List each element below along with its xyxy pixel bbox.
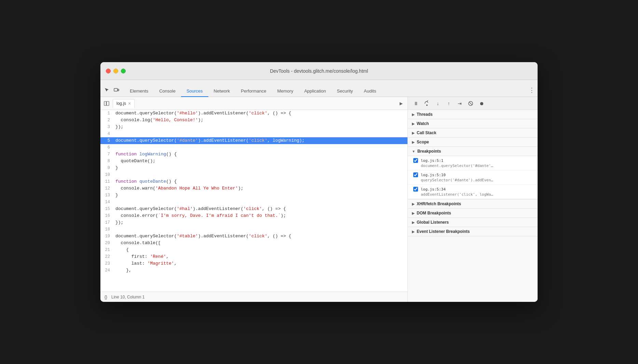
fullscreen-button[interactable] <box>121 69 126 73</box>
breakpoint-2-code: querySelector('#dante').addEven… <box>421 178 533 182</box>
global-listeners-section-header[interactable]: Global Listeners <box>408 218 538 227</box>
tab-memory[interactable]: Memory <box>272 86 299 97</box>
code-line-19: 19 document.querySelector('#table').addE… <box>100 233 407 240</box>
code-line-11: 11 function quoteDante() { <box>100 178 407 185</box>
device-toolbar-icon[interactable] <box>113 86 120 94</box>
xhr-breakpoints-section-header[interactable]: XHR/fetch Breakpoints <box>408 199 538 209</box>
tab-console[interactable]: Console <box>154 86 181 97</box>
watch-section-header[interactable]: Watch <box>408 119 538 128</box>
code-line-7: 7 function logWarning() { <box>100 151 407 158</box>
main-content: log.js × ▶ 1 document.querySelector('#he… <box>100 97 538 302</box>
code-line-9: 9 } <box>100 165 407 171</box>
global-listeners-arrow-icon <box>412 221 415 224</box>
breakpoint-1-location: log.js:5:1 <box>421 158 443 163</box>
code-line-22: 22 first: 'René', <box>100 253 407 260</box>
code-line-13: 13 } <box>100 192 407 199</box>
tab-audits[interactable]: Audits <box>358 86 382 97</box>
tab-bar-icons <box>103 86 120 97</box>
code-line-2: 2 console.log('Hello, Console!'); <box>100 117 407 124</box>
scope-section-header[interactable]: Scope <box>408 138 538 147</box>
debugger-panel: ⏸ ↓ ↑ ⇥ ⏺ <box>408 97 538 302</box>
code-line-1: 1 document.querySelector('#hello').addEv… <box>100 110 407 117</box>
tab-elements[interactable]: Elements <box>124 86 154 97</box>
code-line-3: 3 }); <box>100 124 407 130</box>
breakpoint-3-code: addEventListener('click', logWa… <box>421 192 533 197</box>
traffic-lights <box>106 69 126 73</box>
dom-breakpoints-label: DOM Breakpoints <box>417 211 451 215</box>
code-editor[interactable]: 1 document.querySelector('#hello').addEv… <box>100 110 407 292</box>
code-line-24: 24 }, <box>100 267 407 274</box>
step-into-button[interactable]: ↓ <box>434 99 442 108</box>
code-line-10: 10 <box>100 171 407 178</box>
watch-arrow-icon <box>412 122 415 126</box>
debugger-sections: Threads Watch Call Stack Scope Breakpoin <box>408 110 538 302</box>
event-listener-breakpoints-section-header[interactable]: Event Listener Breakpoints <box>408 227 538 236</box>
xhr-breakpoints-arrow-icon <box>412 202 415 206</box>
file-tab-name: log.js <box>116 101 126 106</box>
svg-rect-1 <box>118 89 119 91</box>
tab-sources[interactable]: Sources <box>181 86 208 97</box>
step-out-button[interactable]: ↑ <box>445 99 453 108</box>
event-listener-breakpoints-label: Event Listener Breakpoints <box>417 229 470 234</box>
code-line-21: 21 { <box>100 247 407 253</box>
window-title: DevTools - devtools.glitch.me/console/lo… <box>270 68 368 74</box>
code-line-16: 16 console.error(`I'm sorry, Dave. I'm a… <box>100 212 407 219</box>
threads-section-header[interactable]: Threads <box>408 110 538 119</box>
tab-application[interactable]: Application <box>299 86 332 97</box>
file-tab-log-js[interactable]: log.js × <box>113 99 135 108</box>
tab-performance[interactable]: Performance <box>235 86 272 97</box>
inspect-icon[interactable] <box>103 86 111 94</box>
format-icon[interactable]: {} <box>105 295 107 299</box>
code-line-8: 8 quoteDante(); <box>100 158 407 165</box>
code-line-20: 20 console.table([ <box>100 240 407 247</box>
step-button[interactable]: ⇥ <box>456 99 464 108</box>
breakpoints-arrow-icon <box>412 150 415 153</box>
sidebar-toggle-icon[interactable] <box>103 100 110 107</box>
breakpoints-section-header[interactable]: Breakpoints <box>408 147 538 156</box>
editor-tabs: log.js × ▶ <box>100 97 407 110</box>
call-stack-section-header[interactable]: Call Stack <box>408 128 538 138</box>
breakpoint-1-checkbox[interactable] <box>413 158 418 163</box>
code-line-18: 18 <box>100 226 407 233</box>
tab-network[interactable]: Network <box>208 86 236 97</box>
minimize-button[interactable] <box>113 69 118 73</box>
more-tabs-icon[interactable]: ⋮ <box>529 86 535 97</box>
dom-breakpoints-section-header[interactable]: DOM Breakpoints <box>408 209 538 218</box>
status-bar: {} Line 10, Column 1 <box>100 292 407 302</box>
breakpoints-label: Breakpoints <box>417 149 441 154</box>
breakpoints-content: log.js:5:1 document.querySelector('#dant… <box>408 156 538 199</box>
deactivate-breakpoints-button[interactable] <box>467 99 475 108</box>
breakpoint-item-2: log.js:5:10 querySelector('#dante').addE… <box>408 170 538 185</box>
code-line-14: 14 <box>100 199 407 206</box>
svg-line-6 <box>469 102 472 105</box>
scope-arrow-icon <box>412 140 415 144</box>
watch-label: Watch <box>417 121 429 126</box>
xhr-breakpoints-label: XHR/fetch Breakpoints <box>417 201 461 206</box>
tab-bar: Elements Console Sources Network Perform… <box>100 80 538 97</box>
tab-security[interactable]: Security <box>331 86 358 97</box>
breakpoint-2-checkbox[interactable] <box>413 172 418 177</box>
event-listener-breakpoints-arrow-icon <box>412 230 415 234</box>
call-stack-label: Call Stack <box>417 130 436 135</box>
file-tab-close-icon[interactable]: × <box>128 101 131 106</box>
close-button[interactable] <box>106 69 111 73</box>
breakpoint-item-3: log.js:5:34 addEventListener('click', lo… <box>408 185 538 199</box>
code-line-12: 12 console.warn('Abandon Hope All Ye Who… <box>100 185 407 192</box>
breakpoint-3-checkbox[interactable] <box>413 187 418 192</box>
svg-rect-0 <box>114 88 117 91</box>
breakpoint-item-1: log.js:5:1 document.querySelector('#dant… <box>408 156 538 170</box>
play-snippets-icon[interactable]: ▶ <box>397 100 405 107</box>
breakpoint-2-location: log.js:5:10 <box>421 173 446 177</box>
cursor-position: Line 10, Column 1 <box>111 295 144 299</box>
dom-breakpoints-arrow-icon <box>412 211 415 215</box>
pause-on-exceptions-button[interactable]: ⏺ <box>477 99 486 108</box>
code-line-6: 6 <box>100 144 407 151</box>
code-line-5: 5 document.querySelector('#dante').addEv… <box>100 137 407 144</box>
threads-arrow-icon <box>412 113 415 116</box>
threads-label: Threads <box>417 112 433 117</box>
title-bar: DevTools - devtools.glitch.me/console/lo… <box>100 62 538 80</box>
pause-resume-button[interactable]: ⏸ <box>412 99 420 108</box>
svg-rect-3 <box>107 101 109 106</box>
step-over-button[interactable] <box>423 99 431 108</box>
breakpoint-1-code: document.querySelector('#dante'… <box>421 164 533 168</box>
